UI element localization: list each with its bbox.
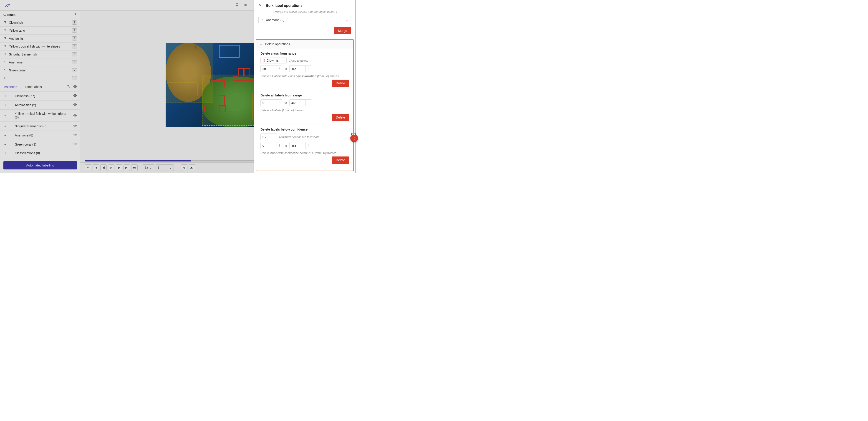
class-row[interactable]: Yellow tropical fish with white stripes4	[0, 42, 80, 51]
eye-icon[interactable]	[73, 114, 77, 118]
delete-conf-button[interactable]: Delete	[332, 157, 349, 164]
class-select[interactable]: Clownfish ⌄	[260, 58, 287, 63]
delete-range-heading: Delete all labels from range	[260, 94, 349, 97]
search-icon[interactable]	[66, 85, 70, 89]
tab-frame-labels[interactable]: Frame labels	[24, 85, 42, 89]
notification-bell-icon[interactable]	[235, 3, 239, 7]
eye-icon[interactable]	[73, 85, 77, 89]
merge-button[interactable]: Merge	[334, 27, 351, 34]
expand-icon[interactable]: +	[3, 124, 7, 128]
stepper-icon[interactable]: ⋮	[306, 100, 311, 106]
class-hotkey-badge: 5	[72, 52, 77, 56]
class-row[interactable]: Yellow tang2	[0, 27, 80, 35]
expand-icon[interactable]: +	[3, 103, 7, 107]
class-row[interactable]: Singular Bannerfish5	[0, 51, 80, 59]
frame-input[interactable]: 1⌄	[156, 164, 174, 171]
to-frame-value[interactable]	[289, 67, 306, 70]
play-button[interactable]: ▷	[108, 164, 115, 171]
class-row[interactable]: Clownfish1	[0, 19, 80, 27]
chevron-down-icon: ⌄	[150, 166, 152, 169]
speed-select[interactable]: 1x⌄	[143, 164, 154, 171]
instance-row[interactable]: +Classifications (0)	[0, 149, 80, 157]
svg-point-37	[74, 115, 75, 116]
automated-labelling-button[interactable]: Automated labelling	[3, 161, 77, 169]
to-frame-input[interactable]: ⋮	[289, 99, 311, 106]
eye-icon[interactable]	[73, 124, 77, 128]
alert-icon[interactable]: !	[350, 134, 358, 142]
svg-point-30	[4, 77, 4, 78]
chevron-down-icon: ⌄	[282, 59, 284, 62]
stepper-icon[interactable]: ⋮	[306, 65, 311, 72]
confidence-value[interactable]	[261, 135, 277, 139]
delete-class-hint: Delete all labels with class type Clownf…	[260, 74, 339, 78]
from-frame-value[interactable]	[261, 67, 277, 70]
compass-button[interactable]: ⊘	[181, 164, 187, 171]
svg-point-31	[4, 78, 4, 79]
instance-label: Green coral (3)	[10, 142, 70, 146]
stepper-icon[interactable]: ⋮	[306, 142, 311, 149]
next-keyframe-button[interactable]: ▶|	[124, 164, 130, 171]
next-frame-button[interactable]: |▶	[116, 164, 122, 171]
eye-icon[interactable]	[73, 94, 77, 98]
prev-frame-button[interactable]: ◀|	[100, 164, 107, 171]
from-frame-input[interactable]: ⋮	[260, 142, 282, 149]
class-row[interactable]: Anemone6	[0, 59, 80, 66]
instance-label: Anthias fish (2)	[10, 103, 70, 107]
expand-icon[interactable]: +	[3, 151, 7, 155]
svg-point-36	[74, 104, 75, 105]
close-icon[interactable]	[258, 3, 262, 8]
merge-hint: ↓ Merge the above objects into the objec…	[254, 10, 355, 14]
prev-keyframe-button[interactable]: |◀	[93, 164, 99, 171]
eye-icon[interactable]	[73, 142, 77, 147]
skip-last-button[interactable]: ⏭	[131, 164, 137, 171]
instance-row[interactable]: +Singular Bannerfish (6)	[0, 122, 80, 131]
stepper-icon[interactable]: ⋮	[277, 65, 282, 72]
from-frame-value[interactable]	[261, 101, 277, 105]
instance-row[interactable]: +Anthias fish (2)	[0, 100, 80, 109]
delete-class-button[interactable]: Delete	[332, 79, 349, 87]
to-frame-value[interactable]	[289, 144, 306, 148]
class-hotkey-badge: 7	[72, 68, 77, 72]
expand-icon[interactable]: +	[3, 94, 7, 98]
svg-point-0	[9, 4, 10, 5]
merge-target-select[interactable]: Anemone (2) ⌄	[258, 16, 351, 24]
expand-icon[interactable]: +	[3, 142, 7, 146]
stepper-icon[interactable]: ⋮	[277, 142, 282, 149]
class-name: Yellow tropical fish with white stripes	[9, 44, 60, 48]
to-frame-input[interactable]: ⋮	[289, 142, 311, 149]
class-row[interactable]: Anthias fish3	[0, 35, 80, 42]
expand-icon[interactable]: +	[3, 114, 7, 117]
instance-label: Yellow tropical fish with white stripes …	[10, 112, 70, 119]
skip-first-button[interactable]: ⏮	[85, 164, 91, 171]
from-frame-input[interactable]: ⋮	[260, 99, 282, 106]
instance-label: Anemone (8)	[10, 133, 70, 137]
expand-icon[interactable]: +	[3, 133, 7, 137]
instance-row[interactable]: +Clownfish (67)	[0, 91, 80, 100]
stepper-icon[interactable]: ⋮	[277, 100, 282, 106]
instance-row[interactable]: +Yellow tropical fish with white stripes…	[0, 109, 80, 122]
confidence-input[interactable]	[260, 133, 277, 140]
to-frame-input[interactable]: ⋮	[289, 65, 311, 72]
class-row[interactable]: Green coral7	[0, 66, 80, 74]
class-name: Anemone	[9, 61, 23, 64]
bulk-operations-panel: Bulk label operations ↓ Merge the above …	[254, 0, 355, 173]
instance-row[interactable]: +Green coral (3)	[0, 140, 80, 149]
search-icon[interactable]	[73, 12, 77, 17]
chevron-down-icon: ⌄	[259, 42, 262, 46]
eye-icon[interactable]	[73, 133, 77, 137]
volume-button[interactable]: 🔈	[189, 164, 195, 171]
to-label: to	[284, 144, 287, 148]
instance-row[interactable]: +Anemone (8)	[0, 131, 80, 140]
eye-icon[interactable]	[73, 103, 77, 107]
class-name: Yellow tang	[9, 29, 25, 32]
to-label: to	[284, 67, 287, 70]
from-frame-value[interactable]	[261, 144, 277, 148]
delete-range-button[interactable]: Delete	[332, 114, 349, 121]
svg-point-39	[74, 134, 75, 135]
class-row[interactable]: 8	[0, 74, 80, 82]
share-icon[interactable]	[243, 3, 247, 7]
delete-ops-header[interactable]: ⌄ Delete operations	[256, 40, 353, 48]
to-frame-value[interactable]	[289, 101, 306, 105]
from-frame-input[interactable]: ⋮	[260, 65, 282, 72]
tab-instances[interactable]: Instances	[3, 85, 17, 89]
